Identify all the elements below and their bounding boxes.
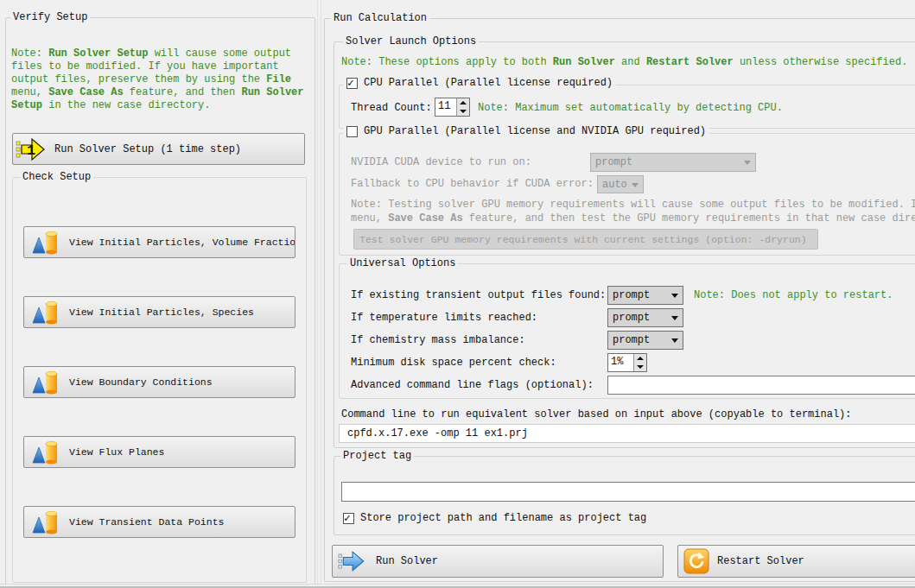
chart-icon (31, 509, 62, 535)
chevron-down-icon (632, 183, 639, 187)
cuda-device-select: prompt (590, 153, 756, 172)
cuda-device-value: prompt (595, 156, 632, 168)
project-tag-group: Project tag Store project path and filen… (334, 456, 915, 535)
thread-count-note: Note: Maximum set automatically by detec… (478, 98, 783, 117)
temperature-limits-select[interactable]: prompt (607, 308, 683, 327)
view-flux-planes-button[interactable]: View Flux Planes (23, 436, 295, 468)
test-gpu-memory-button: Test solver GPU memory requirements with… (353, 229, 818, 250)
spin-up-icon[interactable] (457, 98, 469, 107)
gpu-note-line2: menu, Save Case As feature, and then tes… (351, 212, 915, 224)
run-calculation-screen: Verify Setup Note: Run Solver Setup will… (0, 0, 915, 588)
advanced-flags-label: Advanced command line flags (optional): (351, 376, 594, 395)
view-transient-data-points-button[interactable]: View Transient Data Points (23, 506, 295, 538)
view-boundary-conditions-button[interactable]: View Boundary Conditions (23, 366, 295, 398)
project-tag-input[interactable] (341, 482, 915, 502)
solver-options-note: Note: These options apply to both Run So… (341, 56, 907, 68)
gpu-parallel-group: GPU Parallel (Parallel license and NVIDI… (339, 133, 915, 256)
run-calculation-group: Run Calculation Solver Launch Options No… (324, 18, 915, 582)
view-button-label: View Transient Data Points (69, 516, 224, 528)
svg-text:1: 1 (27, 142, 35, 159)
disk-space-stepper[interactable]: 1% (607, 353, 647, 372)
spin-up-icon[interactable] (634, 354, 646, 363)
cpu-parallel-label: CPU Parallel (Parallel license required) (364, 77, 613, 89)
store-project-path-label: Store project path and filename as proje… (360, 512, 646, 524)
run-solver-setup-label: Run Solver Setup (1 time step) (54, 143, 241, 155)
gpu-parallel-label: GPU Parallel (Parallel license and NVIDI… (364, 125, 706, 137)
thread-count-value: 11 (435, 98, 456, 116)
solver-launch-options-title: Solver Launch Options (343, 35, 479, 48)
thread-count-label: Thread Count: (351, 98, 432, 117)
view-button-label: View Initial Particles, Species (69, 307, 254, 318)
check-setup-group: Check Setup View Initial Particles, (12, 177, 307, 583)
restart-icon (683, 548, 709, 574)
thread-count-stepper[interactable]: 11 (435, 98, 470, 117)
run-solver-label: Run Solver (376, 555, 438, 567)
command-line-label: Command line to run equivalent solver ba… (341, 408, 852, 420)
existing-output-label: If existing transient output files found… (351, 286, 606, 305)
cuda-fallback-value: auto (602, 179, 627, 191)
gpu-parallel-checkbox[interactable] (346, 126, 358, 137)
view-button-label: View Initial Particles, Volume Fraction (69, 237, 295, 248)
cuda-fallback-select: auto (597, 175, 644, 193)
view-initial-particles-volume-fraction-button[interactable]: View Initial Particles, Volume Fraction (23, 226, 295, 258)
solver-launch-options-group: Solver Launch Options Note: These option… (334, 41, 915, 448)
run-calculation-title: Run Calculation (331, 11, 429, 25)
setup-arrow-1-icon: 1 (16, 135, 50, 164)
cuda-device-label: NVIDIA CUDA device to run on: (351, 153, 531, 172)
existing-output-note: Note: Does not apply to restart. (694, 286, 893, 305)
view-button-label: View Boundary Conditions (69, 376, 213, 388)
existing-output-value: prompt (613, 289, 650, 301)
chevron-down-icon (671, 294, 678, 298)
chemistry-imbalance-label: If chemistry mass imbalance: (351, 331, 525, 350)
run-arrow-icon (338, 547, 369, 575)
chart-icon (31, 439, 62, 465)
view-initial-particles-species-button[interactable]: View Initial Particles, Species (23, 296, 295, 328)
chevron-down-icon (671, 338, 678, 343)
chemistry-imbalance-select[interactable]: prompt (607, 331, 683, 350)
project-tag-title: Project tag (340, 449, 414, 463)
verify-setup-title: Verify Setup (10, 10, 90, 24)
verify-setup-note: Note: Run Solver Setup will cause some o… (11, 47, 310, 112)
chart-icon (31, 300, 62, 326)
spin-down-icon[interactable] (457, 107, 469, 116)
verify-setup-group: Verify Setup Note: Run Solver Setup will… (5, 17, 315, 586)
store-project-path-checkbox[interactable] (343, 513, 354, 524)
existing-output-select[interactable]: prompt (607, 286, 683, 305)
restart-solver-label: Restart Solver (717, 555, 804, 567)
spin-down-icon[interactable] (634, 363, 646, 371)
temperature-limits-value: prompt (613, 312, 650, 324)
temperature-limits-label: If temperature limits reached: (351, 308, 537, 327)
disk-space-label: Minimum disk space percent check: (351, 353, 556, 372)
universal-options-group: Universal Options If existing transient … (339, 263, 915, 399)
cpu-parallel-checkbox[interactable] (346, 78, 358, 89)
panel-splitter (317, 0, 318, 588)
disk-space-value: 1% (608, 354, 633, 371)
chemistry-imbalance-value: prompt (613, 334, 650, 346)
run-solver-button[interactable]: Run Solver (332, 545, 664, 578)
check-setup-title: Check Setup (20, 170, 93, 184)
chart-icon (31, 370, 62, 395)
run-solver-setup-button[interactable]: 1 Run Solver Setup (1 time step) (12, 133, 305, 165)
panel-splitter (321, 0, 321, 588)
gpu-note-line1: Note: Testing solver GPU memory requirem… (351, 199, 915, 211)
chevron-down-icon (744, 161, 751, 165)
command-line-field[interactable]: cpfd.x.17.exe -omp 11 ex1.prj (339, 424, 915, 443)
universal-options-title: Universal Options (347, 256, 458, 270)
cuda-fallback-label: Fallback to CPU behavior if CUDA error: (351, 175, 594, 193)
command-line-value: cpfd.x.17.exe -omp 11 ex1.prj (347, 427, 528, 439)
cpu-parallel-group: CPU Parallel (Parallel license required)… (339, 85, 915, 129)
chevron-down-icon (671, 316, 678, 320)
chart-icon (31, 230, 62, 256)
restart-solver-button[interactable]: Restart Solver (677, 545, 915, 578)
view-button-label: View Flux Planes (69, 446, 164, 458)
advanced-flags-input[interactable] (607, 376, 915, 395)
